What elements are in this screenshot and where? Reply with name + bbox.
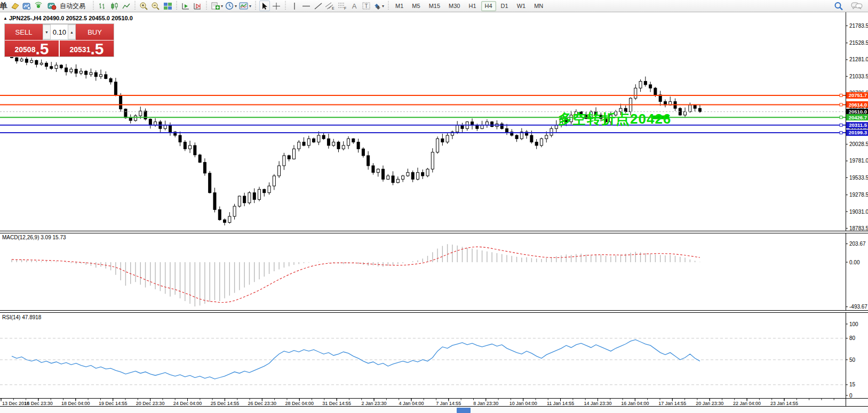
sell-price-frac: .5 [35, 42, 49, 56]
svg-text:F: F [344, 6, 346, 10]
price-tag-20311.5[interactable]: 20311.5 [846, 122, 868, 128]
timeframe-m1[interactable]: M1 [392, 1, 407, 11]
chevron-down-icon: ▾ [382, 4, 384, 9]
symbol-ohlc-text: JPN225-,H4 20490.0 20522.5 20455.0 20510… [9, 15, 133, 21]
indicators-button[interactable]: ▾ [238, 1, 252, 11]
timeframe-m15[interactable]: M15 [425, 1, 444, 11]
arrows-tool[interactable]: ▾ [372, 1, 385, 11]
buy-price-main: 20531 [70, 43, 91, 56]
order-button[interactable]: 单 [0, 1, 9, 11]
search-icon[interactable] [833, 1, 844, 11]
time-axis-top-border [0, 398, 868, 399]
zoom-out-icon[interactable] [150, 1, 161, 11]
toolbar-separator [175, 1, 178, 11]
new-order-icon[interactable] [10, 1, 20, 11]
toolbar-separator [205, 1, 208, 11]
timeframe-mn[interactable]: MN [530, 1, 547, 11]
collapse-triangle-icon[interactable]: ▲ [3, 16, 7, 21]
candlestick-chart-icon[interactable] [109, 1, 120, 11]
fibonacci-tool[interactable]: F [337, 1, 348, 11]
text-tool[interactable]: A [349, 1, 360, 11]
equidistant-channel-tool[interactable]: E [324, 1, 336, 11]
timeframe-buttons: M1M5M15M30H1H4D1W1MN [392, 1, 547, 11]
price-tag-20426.7[interactable]: 20426.7 [846, 114, 868, 120]
chat-icon[interactable] [850, 1, 863, 11]
chart-ohlc-title: ▲ JPN225-,H4 20490.0 20522.5 20455.0 205… [3, 15, 133, 21]
price-axis-scale[interactable] [846, 12, 868, 406]
tile-windows-icon[interactable] [162, 1, 173, 11]
toolbar-separator [387, 1, 390, 11]
horizontal-line-tool[interactable] [301, 1, 312, 11]
price-tag-20751.7[interactable]: 20751.7 [846, 92, 868, 99]
toolbar-separator [92, 1, 95, 11]
buy-price-display[interactable]: 20531.5 [60, 41, 114, 56]
chevron-down-icon: ▾ [221, 4, 223, 9]
line-chart-icon[interactable] [121, 1, 131, 11]
pane-separator-rsi[interactable] [0, 310, 868, 313]
price-tag-20614.0[interactable]: 20614.0 [846, 101, 868, 108]
signal-icon[interactable] [33, 1, 44, 11]
timeframe-w1[interactable]: W1 [513, 1, 530, 11]
order-button-label: 单 [0, 1, 7, 11]
chart-text-annotation[interactable]: 多空转折点20426 [558, 110, 671, 128]
price-tag-20199.3[interactable]: 20199.3 [846, 129, 868, 136]
sell-price-display[interactable]: 20508.5 [5, 41, 59, 56]
chart-shift-icon[interactable] [192, 1, 203, 11]
zoom-in-icon[interactable] [139, 1, 149, 11]
macd-label: MACD(12,26,9) 3.09 15.73 [2, 234, 66, 240]
toolbar-separator [133, 1, 137, 11]
one-click-trade-panel: SELL ▼ ▲ BUY 20508.5 20531.5 [4, 23, 114, 57]
main-toolbar: 单 自动交易 ▾ ▾ [0, 0, 868, 12]
chevron-down-icon: ▾ [249, 4, 251, 9]
timeframe-m5[interactable]: M5 [408, 1, 424, 11]
auto-scroll-icon[interactable] [180, 1, 191, 11]
cursor-tool[interactable] [259, 1, 270, 11]
volume-input[interactable] [51, 25, 68, 39]
time-axis-scale[interactable] [0, 399, 846, 406]
svg-text:T: T [364, 3, 368, 9]
toolbar-separator [284, 1, 287, 11]
pane-separator-macd[interactable] [0, 231, 868, 233]
timeframe-d1[interactable]: D1 [497, 1, 512, 11]
sell-price-main: 20508 [15, 43, 36, 56]
toolbar-separator [254, 1, 257, 11]
volume-decrease-button[interactable]: ▼ [43, 25, 51, 39]
profile-icon[interactable] [21, 1, 32, 11]
bar-chart-icon[interactable] [97, 1, 108, 11]
autotrading-button[interactable]: 自动交易 [45, 1, 90, 11]
bottom-strip [0, 407, 868, 413]
text-label-tool[interactable]: T [361, 1, 371, 11]
autotrading-label: 自动交易 [58, 2, 87, 11]
buy-price-frac: .5 [90, 42, 103, 56]
taskbar-item[interactable] [457, 408, 471, 413]
timeframe-h1[interactable]: H1 [465, 1, 480, 11]
rsi-label: RSI(14) 47.8918 [2, 314, 41, 320]
volume-increase-button[interactable]: ▲ [68, 25, 76, 39]
chevron-down-icon: ▾ [235, 4, 237, 9]
trendline-tool[interactable] [313, 1, 323, 11]
vertical-line-tool[interactable] [289, 1, 300, 11]
price-axis-border [846, 12, 846, 406]
sell-button[interactable]: SELL [5, 24, 43, 40]
volume-stepper: ▼ ▲ [43, 24, 76, 40]
crosshair-tool[interactable] [271, 1, 282, 11]
new-chart-button[interactable]: ▾ [210, 1, 224, 11]
timeframe-m30[interactable]: M30 [445, 1, 464, 11]
buy-button[interactable]: BUY [76, 24, 114, 40]
svg-text:E: E [332, 6, 335, 10]
periods-button[interactable]: ▾ [225, 1, 237, 11]
text-tool-label: A [352, 2, 357, 10]
chart-canvas: 21783.521528.521281.021033.520786.020538… [0, 0, 868, 413]
timeframe-h4[interactable]: H4 [481, 1, 496, 11]
